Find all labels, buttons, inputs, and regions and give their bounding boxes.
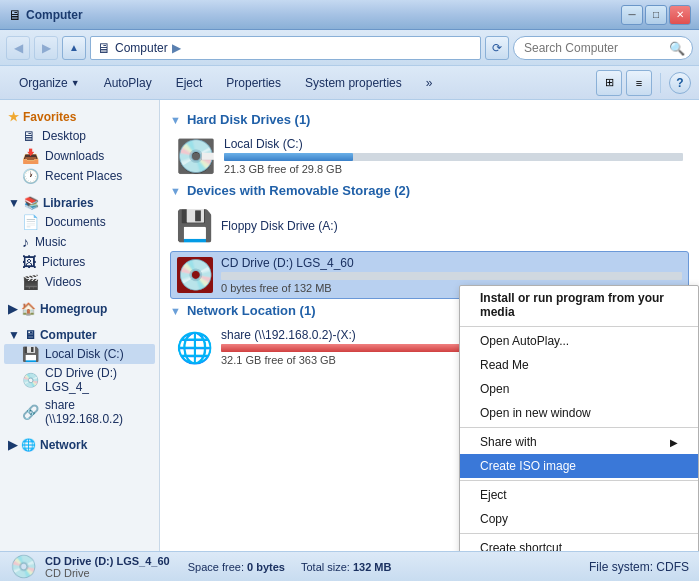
sidebar-item-desktop[interactable]: 🖥 Desktop <box>4 126 155 146</box>
minimize-button[interactable]: ─ <box>621 5 643 25</box>
view-list-button[interactable]: ≡ <box>626 70 652 96</box>
organize-arrow-icon: ▼ <box>71 78 80 88</box>
sidebar-item-pictures[interactable]: 🖼 Pictures <box>4 252 155 272</box>
videos-icon: 🎬 <box>22 274 39 290</box>
floppy-info: Floppy Disk Drive (A:) <box>221 219 683 233</box>
library-icon: 📚 <box>24 196 39 210</box>
ctx-autoplay-item[interactable]: Open AutoPlay... <box>460 329 698 353</box>
ctx-open-item[interactable]: Open <box>460 377 698 401</box>
toolbar: Organize ▼ AutoPlay Eject Properties Sys… <box>0 66 699 100</box>
network-section: ▶ 🌐 Network <box>4 436 155 454</box>
toolbar-separator <box>660 73 661 93</box>
hard-drives-section-header: ▼ Hard Disk Drives (1) <box>170 112 689 127</box>
share-icon: 🔗 <box>22 404 39 420</box>
local-disk-free: 21.3 GB free of 29.8 GB <box>224 163 683 175</box>
cd-drive-name: CD Drive (D:) LGS_4_60 <box>221 256 682 270</box>
floppy-item[interactable]: 💾 Floppy Disk Drive (A:) <box>170 204 689 247</box>
cd-drive-bar-wrap <box>221 272 682 280</box>
context-menu: Install or run program from your media O… <box>459 285 699 551</box>
status-drive-name: CD Drive (D:) LGS_4_60 <box>45 555 170 567</box>
eject-button[interactable]: Eject <box>165 70 214 96</box>
search-input[interactable] <box>513 36 693 60</box>
up-button[interactable]: ▲ <box>62 36 86 60</box>
sidebar-item-music[interactable]: ♪ Music <box>4 232 155 252</box>
ctx-sep-1 <box>460 326 698 327</box>
main-layout: ★ Favorites 🖥 Desktop 📥 Downloads 🕐 Rece… <box>0 100 699 551</box>
back-button[interactable]: ◀ <box>6 36 30 60</box>
properties-button[interactable]: Properties <box>215 70 292 96</box>
share-submenu-arrow-icon: ▶ <box>670 437 678 448</box>
system-properties-button[interactable]: System properties <box>294 70 413 96</box>
maximize-button[interactable]: □ <box>645 5 667 25</box>
cd-icon: 💿 <box>22 372 39 388</box>
computer-expand-arrow: ▼ <box>8 328 20 342</box>
sidebar-item-share[interactable]: 🔗 share (\\192.168.0.2) <box>4 396 155 428</box>
sidebar-item-local-disk[interactable]: 💾 Local Disk (C:) <box>4 344 155 364</box>
view-toggle-button[interactable]: ⊞ <box>596 70 622 96</box>
cd-drive-icon: 💿 <box>177 257 213 293</box>
more-button[interactable]: » <box>415 70 444 96</box>
close-button[interactable]: ✕ <box>669 5 691 25</box>
help-button[interactable]: ? <box>669 72 691 94</box>
recent-places-icon: 🕐 <box>22 168 39 184</box>
local-disk-item[interactable]: 💽 Local Disk (C:) 21.3 GB free of 29.8 G… <box>170 133 689 179</box>
search-box[interactable]: 🔍 <box>513 36 693 60</box>
ctx-sep-3 <box>460 480 698 481</box>
sidebar-item-cd-drive[interactable]: 💿 CD Drive (D:) LGS_4_ <box>4 364 155 396</box>
ctx-copy-item[interactable]: Copy <box>460 507 698 531</box>
status-cd-icon: 💿 <box>10 554 37 580</box>
documents-icon: 📄 <box>22 214 39 230</box>
libraries-arrow-icon: ▼ <box>8 196 20 210</box>
sidebar-item-documents[interactable]: 📄 Documents <box>4 212 155 232</box>
sidebar: ★ Favorites 🖥 Desktop 📥 Downloads 🕐 Rece… <box>0 100 160 551</box>
total-size-label: Total size: 132 MB <box>301 561 392 573</box>
status-bar: 💿 CD Drive (D:) LGS_4_60 CD Drive Space … <box>0 551 699 581</box>
removable-title: Devices with Removable Storage (2) <box>187 183 410 198</box>
floppy-icon: 💾 <box>176 208 213 243</box>
address-path[interactable]: 🖥 Computer ▶ <box>90 36 481 60</box>
local-disk-name: Local Disk (C:) <box>224 137 683 151</box>
status-info: CD Drive (D:) LGS_4_60 CD Drive <box>45 555 170 579</box>
title-bar-controls: ─ □ ✕ <box>621 5 691 25</box>
local-disk-icon: 💾 <box>22 346 39 362</box>
homegroup-header[interactable]: ▶ 🏠 Homegroup <box>4 300 155 318</box>
window-icon: 🖥 <box>8 7 22 23</box>
local-disk-drive-icon: 💽 <box>176 137 216 175</box>
forward-button[interactable]: ▶ <box>34 36 58 60</box>
music-icon: ♪ <box>22 234 29 250</box>
pictures-icon: 🖼 <box>22 254 36 270</box>
computer-header[interactable]: ▼ 🖥 Computer <box>4 326 155 344</box>
autoplay-button[interactable]: AutoPlay <box>93 70 163 96</box>
computer-icon: 🖥 <box>24 328 36 342</box>
removable-section-header: ▼ Devices with Removable Storage (2) <box>170 183 689 198</box>
sidebar-item-recent-places[interactable]: 🕐 Recent Places <box>4 166 155 186</box>
sidebar-item-videos[interactable]: 🎬 Videos <box>4 272 155 292</box>
path-text: Computer <box>115 41 168 55</box>
ctx-share-with-item[interactable]: Share with ▶ <box>460 430 698 454</box>
status-meta: Space free: 0 bytes Total size: 132 MB <box>188 561 392 573</box>
ctx-open-new-window-item[interactable]: Open in new window <box>460 401 698 425</box>
status-right: File system: CDFS <box>589 560 689 574</box>
ctx-create-shortcut-item[interactable]: Create shortcut <box>460 536 698 551</box>
libraries-section: ▼ 📚 Libraries 📄 Documents ♪ Music 🖼 Pict… <box>4 194 155 292</box>
network-loc-arrow-icon: ▼ <box>170 305 181 317</box>
ctx-eject-item[interactable]: Eject <box>460 483 698 507</box>
refresh-button[interactable]: ⟳ <box>485 36 509 60</box>
sidebar-item-downloads[interactable]: 📥 Downloads <box>4 146 155 166</box>
desktop-icon: 🖥 <box>22 128 36 144</box>
favorites-section: ★ Favorites 🖥 Desktop 📥 Downloads 🕐 Rece… <box>4 108 155 186</box>
path-arrow: ▶ <box>172 41 181 55</box>
ctx-install-item[interactable]: Install or run program from your media <box>460 286 698 324</box>
homegroup-arrow-icon: ▶ <box>8 302 17 316</box>
organize-button[interactable]: Organize ▼ <box>8 70 91 96</box>
toolbar-right: ⊞ ≡ ? <box>596 70 691 96</box>
libraries-header[interactable]: ▼ 📚 Libraries <box>4 194 155 212</box>
ctx-readme-item[interactable]: Read Me <box>460 353 698 377</box>
network-header[interactable]: ▶ 🌐 Network <box>4 436 155 454</box>
status-left: 💿 CD Drive (D:) LGS_4_60 CD Drive Space … <box>10 554 391 580</box>
favorites-header[interactable]: ★ Favorites <box>4 108 155 126</box>
file-system-label: File system: CDFS <box>589 560 689 574</box>
address-bar: ◀ ▶ ▲ 🖥 Computer ▶ ⟳ 🔍 <box>0 30 699 66</box>
title-bar: 🖥 Computer ─ □ ✕ <box>0 0 699 30</box>
ctx-create-iso-item[interactable]: Create ISO image <box>460 454 698 478</box>
